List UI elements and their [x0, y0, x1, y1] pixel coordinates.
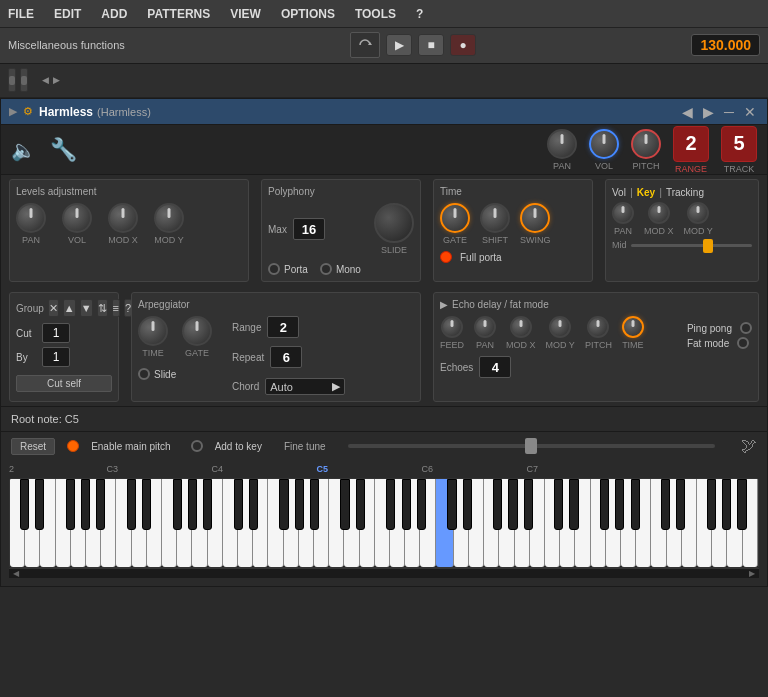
scroll-right-arrow[interactable]: ▶ — [749, 569, 755, 578]
piano-black-key[interactable] — [20, 479, 29, 530]
piano-scrollbar[interactable]: ◀ ▶ — [9, 568, 759, 578]
group-align-btn[interactable]: ≡ — [112, 299, 120, 317]
settings-icon[interactable]: ⚙ — [23, 105, 33, 118]
piano-black-key[interactable] — [96, 479, 105, 530]
menu-add[interactable]: ADD — [97, 5, 131, 23]
piano-black-key[interactable] — [295, 479, 304, 530]
piano-black-key[interactable] — [722, 479, 731, 530]
mono-radio[interactable] — [320, 263, 332, 275]
wrench-icon[interactable]: 🔧 — [50, 137, 77, 163]
echo-modx-knob[interactable] — [510, 316, 532, 338]
fine-tune-handle[interactable] — [525, 438, 537, 454]
vkt-modx-knob[interactable] — [648, 202, 670, 224]
piano-black-key[interactable] — [66, 479, 75, 530]
levels-mody-knob[interactable] — [154, 203, 184, 233]
piano-black-key[interactable] — [600, 479, 609, 530]
speaker-icon[interactable]: 🔈 — [11, 138, 36, 162]
menu-options[interactable]: OPTIONS — [277, 5, 339, 23]
stop-button[interactable]: ■ — [418, 34, 444, 56]
close-btn[interactable]: ✕ — [741, 104, 759, 120]
piano-black-key[interactable] — [127, 479, 136, 530]
nav-back[interactable]: ◀ — [679, 104, 696, 120]
levels-pan-knob[interactable] — [16, 203, 46, 233]
menu-patterns[interactable]: PATTERNS — [143, 5, 214, 23]
levels-modx-knob[interactable] — [108, 203, 138, 233]
poly-slide-knob[interactable] — [374, 203, 414, 243]
menu-help[interactable]: ? — [412, 5, 427, 23]
piano-black-key[interactable] — [35, 479, 44, 530]
piano-black-key[interactable] — [676, 479, 685, 530]
piano-black-key[interactable] — [188, 479, 197, 530]
time-swing-knob[interactable] — [520, 203, 550, 233]
echo-time-knob[interactable] — [622, 316, 644, 338]
piano-black-key[interactable] — [508, 479, 517, 530]
piano-black-key[interactable] — [356, 479, 365, 530]
menu-edit[interactable]: EDIT — [50, 5, 85, 23]
full-porta-label[interactable]: Full porta — [460, 252, 502, 263]
echoes-display[interactable]: 4 — [479, 356, 511, 378]
collapse-triangle[interactable]: ▶ — [9, 105, 17, 118]
by-spinbox[interactable]: 1 — [42, 347, 70, 367]
echo-feed-knob[interactable] — [441, 316, 463, 338]
echo-mody-knob[interactable] — [549, 316, 571, 338]
piano-black-key[interactable] — [402, 479, 411, 530]
play-button[interactable]: ▶ — [386, 34, 412, 56]
time-shift-knob[interactable] — [480, 203, 510, 233]
scroll-left-arrow[interactable]: ◀ — [13, 569, 19, 578]
vkt-pan-knob[interactable] — [612, 202, 634, 224]
strip-pan-knob[interactable] — [547, 129, 577, 159]
piano-black-key[interactable] — [340, 479, 349, 530]
strip-vol-knob[interactable] — [589, 129, 619, 159]
group-x-btn[interactable]: ✕ — [48, 299, 59, 317]
group-down-btn[interactable]: ▼ — [80, 299, 93, 317]
piano-black-key[interactable] — [173, 479, 182, 530]
vkt-mody-knob[interactable] — [687, 202, 709, 224]
poly-max-display[interactable]: 16 — [293, 218, 325, 240]
piano-black-key[interactable] — [386, 479, 395, 530]
piano-black-key[interactable] — [631, 479, 640, 530]
piano-black-key[interactable] — [569, 479, 578, 530]
arp-slide-radio[interactable] — [138, 368, 150, 380]
piano-black-key[interactable] — [417, 479, 426, 530]
strip-range-badge[interactable]: 2 — [673, 126, 709, 162]
add-to-key-radio[interactable] — [191, 440, 203, 452]
piano-black-key[interactable] — [142, 479, 151, 530]
piano-black-key[interactable] — [524, 479, 533, 530]
arp-range-display[interactable]: 2 — [267, 316, 299, 338]
group-updown-btn[interactable]: ⇅ — [97, 299, 108, 317]
mid-line[interactable] — [631, 244, 752, 247]
arp-gate-knob[interactable] — [182, 316, 212, 346]
ping-pong-radio[interactable] — [740, 322, 752, 334]
piano-black-key[interactable] — [707, 479, 716, 530]
minimize-btn[interactable]: ─ — [721, 104, 737, 120]
reset-button[interactable]: Reset — [11, 438, 55, 455]
echo-pan-knob[interactable] — [474, 316, 496, 338]
levels-vol-knob[interactable] — [62, 203, 92, 233]
menu-view[interactable]: VIEW — [226, 5, 265, 23]
cut-spinbox[interactable]: 1 — [42, 323, 70, 343]
time-gate-knob[interactable] — [440, 203, 470, 233]
piano-black-key[interactable] — [447, 479, 456, 530]
piano-black-key[interactable] — [463, 479, 472, 530]
fat-mode-radio[interactable] — [737, 337, 749, 349]
porta-radio[interactable] — [268, 263, 280, 275]
piano-black-key[interactable] — [615, 479, 624, 530]
cut-self-button[interactable]: Cut self — [16, 375, 112, 392]
piano-black-key[interactable] — [737, 479, 746, 530]
mid-handle[interactable] — [703, 239, 713, 253]
strip-pitch-knob[interactable] — [631, 129, 661, 159]
piano-black-key[interactable] — [310, 479, 319, 530]
piano-black-key[interactable] — [249, 479, 258, 530]
menu-tools[interactable]: TOOLS — [351, 5, 400, 23]
group-up-btn[interactable]: ▲ — [63, 299, 76, 317]
fine-tune-slider[interactable] — [348, 444, 715, 448]
piano-black-key[interactable] — [279, 479, 288, 530]
arp-repeat-display[interactable]: 6 — [270, 346, 302, 368]
piano-black-key[interactable] — [81, 479, 90, 530]
arp-time-knob[interactable] — [138, 316, 168, 346]
piano-keyboard[interactable]: /* black keys rendered via JS below */ — [9, 478, 759, 568]
piano-black-key[interactable] — [554, 479, 563, 530]
strip-track-badge[interactable]: 5 — [721, 126, 757, 162]
chord-dropdown[interactable]: Auto ▶ — [265, 378, 345, 395]
piano-black-key[interactable] — [493, 479, 502, 530]
